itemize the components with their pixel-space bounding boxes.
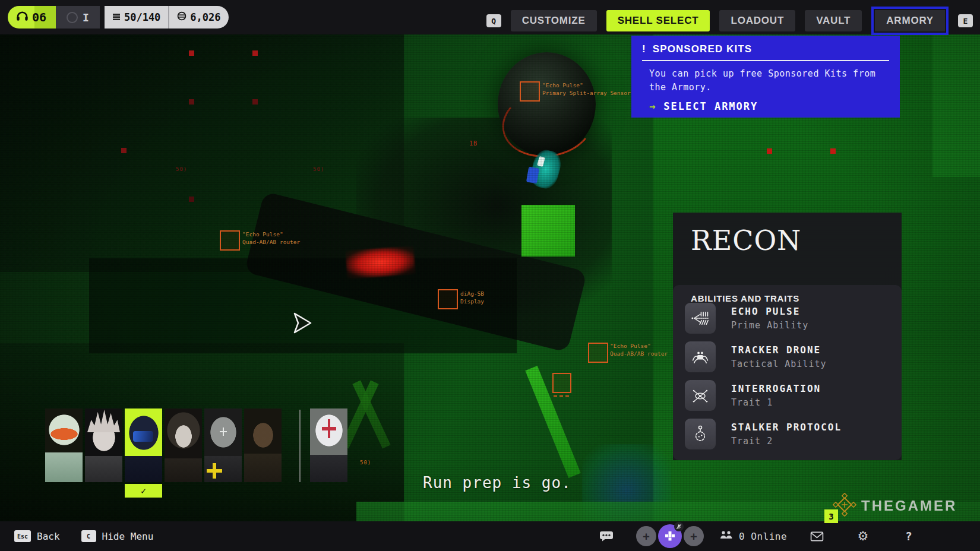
- list-icon: [112, 11, 121, 23]
- people-icon: [720, 530, 733, 542]
- sponsored-kits-title: SPONSORED KITS: [653, 43, 752, 55]
- portrait-divider: [299, 410, 301, 482]
- red-square-marker: [252, 50, 258, 56]
- red-square-marker: [189, 197, 194, 202]
- shell-portrait-7[interactable]: [310, 408, 347, 482]
- watermark: THEGAMER: [833, 493, 957, 519]
- ability-name: ECHO PULSE: [731, 306, 800, 317]
- bottom-bar-left: Esc Back C Hide Menu: [14, 521, 153, 551]
- mail-count-badge: 3: [824, 509, 838, 523]
- scene-marker: 50): [360, 460, 371, 466]
- annotation-line: Quad-AB/AB router: [610, 350, 668, 358]
- sponsored-kits-body: You can pick up free Sponsored Kits from…: [631, 61, 900, 94]
- abilities-heading: ABILITIES AND TRAITS: [673, 285, 902, 303]
- main-nav: Q CUSTOMIZE SHELL SELECT LOADOUT VAULT A…: [486, 7, 973, 35]
- back-button[interactable]: Esc Back: [14, 530, 60, 542]
- chat-button[interactable]: [598, 521, 615, 551]
- alert-bang-icon: !: [642, 43, 646, 55]
- ability-row-tracker-drone[interactable]: TRACKER DRONE Tactical Ability: [685, 341, 893, 375]
- shell-portrait-2[interactable]: [85, 408, 122, 482]
- online-count: 0 Online: [739, 531, 787, 542]
- help-button[interactable]: ?: [900, 521, 918, 551]
- mouse-cursor-icon: [292, 312, 312, 338]
- capacity-counter: 50/140: [105, 6, 168, 28]
- tab-loadout[interactable]: LOADOUT: [719, 10, 795, 31]
- red-square-marker: [189, 99, 194, 104]
- add-player-icon: +: [684, 526, 704, 546]
- squad-pill[interactable]: 06: [8, 6, 56, 28]
- back-label: Back: [37, 531, 60, 542]
- credits-value: 6,026: [190, 11, 220, 23]
- portrait-detail: [133, 431, 153, 442]
- tab-vault[interactable]: VAULT: [805, 10, 862, 31]
- interrogation-icon: [685, 380, 716, 411]
- tab-shell-select[interactable]: SHELL SELECT: [606, 10, 710, 31]
- ring-icon: [67, 12, 78, 23]
- ability-type: Tactical Ability: [731, 359, 827, 369]
- selected-check-badge: ✓: [125, 484, 162, 498]
- ability-row-interrogation[interactable]: INTERROGATION Trait 1: [685, 380, 893, 413]
- annotation-line: "Echo Pulse": [242, 231, 300, 239]
- ability-type: Trait 1: [731, 397, 773, 408]
- annotation-label: diAg-SB Display: [460, 290, 484, 306]
- annotation-box: [220, 230, 240, 251]
- squad-number: 06: [32, 10, 46, 24]
- tab-customize[interactable]: CUSTOMIZE: [511, 10, 597, 31]
- ability-type: Prime Ability: [731, 320, 808, 331]
- annotation-label: "Echo Pulse" Quad-AB/AB router: [242, 231, 300, 246]
- credits-counter: 6,026: [169, 6, 228, 28]
- party-slot-2-button[interactable]: +: [684, 521, 704, 551]
- stalker-protocol-icon: [685, 419, 716, 449]
- add-player-icon: +: [636, 526, 656, 546]
- ability-row-echo-pulse[interactable]: ECHO PULSE Prime Ability: [685, 303, 893, 336]
- ability-name: TRACKER DRONE: [731, 344, 821, 356]
- check-icon: ✓: [141, 486, 146, 496]
- red-square-marker: [252, 99, 258, 104]
- shell-portrait-6[interactable]: [244, 408, 282, 482]
- select-armory-label: SELECT ARMORY: [663, 100, 758, 112]
- key-hint-c: C: [81, 530, 96, 542]
- online-status[interactable]: 0 Online: [720, 521, 809, 551]
- tab-armory[interactable]: ARMORY: [875, 10, 945, 31]
- shell-portrait-4[interactable]: [165, 408, 202, 482]
- party-avatar-button[interactable]: [658, 521, 682, 551]
- sponsored-kits-panel: ! SPONSORED KITS You can pick up free Sp…: [631, 36, 900, 118]
- portrait-detail: [87, 410, 120, 432]
- ability-row-stalker-protocol[interactable]: STALKER PROTOCOL Trait 2: [685, 419, 893, 452]
- shell-portrait-5[interactable]: [204, 408, 242, 482]
- annotation-line: diAg-SB: [460, 290, 484, 298]
- ability-name: INTERROGATION: [731, 383, 821, 394]
- slot-pill[interactable]: I: [56, 6, 100, 28]
- select-armory-button[interactable]: → SELECT ARMORY: [631, 94, 900, 112]
- plus-glyph: +: [690, 530, 697, 543]
- echo-pulse-icon: [685, 303, 716, 334]
- hud-message: Run prep is go.: [423, 474, 571, 492]
- red-square-marker: [189, 50, 194, 56]
- annotation-line: Display: [460, 298, 484, 306]
- player-status-group: 06 I 50/140: [8, 6, 229, 28]
- annotation-box: [588, 343, 608, 363]
- settings-button[interactable]: ⚙: [854, 521, 872, 551]
- mail-button[interactable]: [808, 521, 826, 551]
- slot-label: I: [83, 11, 89, 24]
- player-avatar: [658, 524, 682, 548]
- shell-name-title: RECON: [691, 224, 902, 256]
- key-hint-e: E: [958, 14, 973, 27]
- hide-menu-button[interactable]: C Hide Menu: [81, 530, 154, 542]
- hide-menu-label: Hide Menu: [102, 531, 154, 542]
- scene-marker: 50): [176, 166, 187, 172]
- red-square-marker: [767, 148, 772, 154]
- bottom-bar: Esc Back C Hide Menu +: [0, 521, 980, 551]
- ability-name: STALKER PROTOCOL: [731, 422, 842, 433]
- coin-icon: [177, 11, 186, 23]
- shell-portrait-3-selected[interactable]: [125, 408, 162, 482]
- top-bar: 06 I 50/140: [0, 0, 980, 34]
- key-hint-esc: Esc: [14, 530, 31, 542]
- headset-icon: [15, 9, 29, 26]
- annotation-box: [438, 289, 458, 309]
- annotation-line: Quad-AB/AB router: [242, 239, 300, 246]
- shell-portrait-1[interactable]: [45, 408, 83, 482]
- annotation-dash: [554, 395, 569, 397]
- party-slot-1-button[interactable]: +: [636, 521, 656, 551]
- tab-armory-focus-ring: ARMORY: [871, 7, 949, 35]
